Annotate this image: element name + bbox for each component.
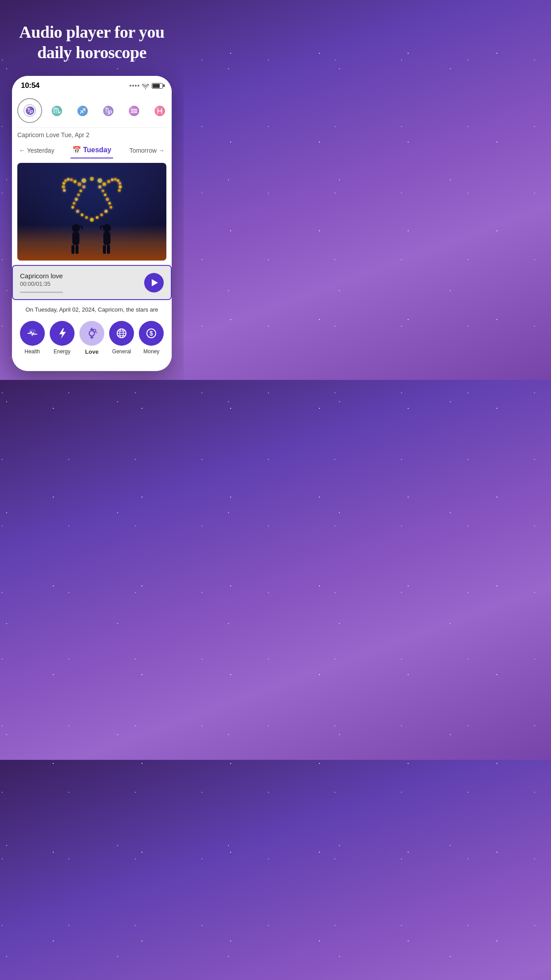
status-time: 10:54 xyxy=(21,81,39,90)
date-label: Capricorn Love Tue, Apr 2 xyxy=(17,128,166,140)
battery-icon xyxy=(152,83,163,89)
svg-line-59 xyxy=(95,332,97,333)
general-label: General xyxy=(112,348,131,355)
audio-player: Capricorn love 00:00/01:35 xyxy=(12,265,172,300)
zodiac-signs-row[interactable]: ♑ ♏ ♐ ♑ xyxy=(17,94,166,128)
svg-rect-46 xyxy=(72,232,79,245)
signal-icon xyxy=(130,85,139,87)
money-label: Money xyxy=(143,348,159,355)
play-button[interactable] xyxy=(144,273,164,292)
svg-text:$: $ xyxy=(150,330,153,337)
category-money[interactable]: $ Money xyxy=(139,321,164,355)
svg-rect-51 xyxy=(103,245,106,254)
phone-bottom xyxy=(12,362,172,371)
status-bar: 10:54 xyxy=(12,76,172,94)
status-icons xyxy=(130,83,163,89)
health-label: Health xyxy=(24,348,40,355)
tab-tomorrow[interactable]: Tomorrow → xyxy=(128,143,166,158)
category-general[interactable]: General xyxy=(109,321,134,355)
categories-list: Health Energy xyxy=(16,321,168,355)
general-circle xyxy=(109,321,134,346)
couple-silhouettes xyxy=(70,223,114,254)
zodiac-scorpio[interactable]: ♏ xyxy=(46,99,68,122)
tab-yesterday[interactable]: ← Yesterday xyxy=(17,143,56,158)
energy-circle xyxy=(50,321,75,346)
energy-label: Energy xyxy=(54,348,71,355)
day-tabs: ← Yesterday 📅 Tuesday Tomorrow → xyxy=(17,140,166,158)
yesterday-label: ← Yesterday xyxy=(19,147,54,154)
wifi-icon xyxy=(142,83,149,88)
hero-image xyxy=(17,163,166,261)
audio-progress-bar[interactable] xyxy=(20,292,63,293)
svg-text:♑: ♑ xyxy=(102,105,114,117)
tomorrow-label: Tomorrow → xyxy=(130,147,165,154)
category-love[interactable]: Love xyxy=(79,321,104,355)
phone-mockup: 10:54 xyxy=(12,76,172,371)
svg-text:♒: ♒ xyxy=(128,105,140,117)
horoscope-preview-text: On Tuesday, April 02, 2024, Capricorn, t… xyxy=(17,300,166,316)
tab-tuesday[interactable]: 📅 Tuesday xyxy=(71,142,113,158)
love-circle xyxy=(79,321,104,346)
svg-text:♓: ♓ xyxy=(154,105,166,117)
category-row: Health Energy xyxy=(12,316,172,362)
health-circle xyxy=(20,321,45,346)
category-health[interactable]: Health xyxy=(20,321,45,355)
tuesday-label: Tuesday xyxy=(83,146,111,154)
zodiac-capricorn-active[interactable]: ♑ xyxy=(17,98,42,123)
player-info: Capricorn love 00:00/01:35 xyxy=(20,272,63,293)
calendar-icon: 📅 xyxy=(72,146,81,154)
svg-text:♑: ♑ xyxy=(25,106,35,115)
category-energy[interactable]: Energy xyxy=(50,321,75,355)
svg-text:♐: ♐ xyxy=(77,105,89,117)
page-headline: Audio player for you daily horoscope xyxy=(19,22,164,63)
svg-point-45 xyxy=(72,224,80,232)
love-label: Love xyxy=(85,348,98,355)
zodiac-capricorn2[interactable]: ♑ xyxy=(97,99,119,122)
zodiac-aquarius[interactable]: ♒ xyxy=(123,99,145,122)
player-title: Capricorn love xyxy=(20,272,63,280)
svg-text:♏: ♏ xyxy=(51,105,63,117)
money-circle: $ xyxy=(139,321,164,346)
app-content: ♑ ♏ ♐ ♑ xyxy=(12,94,172,362)
zodiac-pisces[interactable]: ♓ xyxy=(149,99,166,122)
player-time: 00:00/01:35 xyxy=(20,281,63,287)
svg-rect-50 xyxy=(103,232,110,245)
svg-rect-48 xyxy=(75,245,79,254)
svg-point-49 xyxy=(103,224,111,232)
svg-rect-52 xyxy=(107,245,110,254)
svg-rect-47 xyxy=(71,245,75,254)
zodiac-sagittarius[interactable]: ♐ xyxy=(71,99,94,122)
play-icon xyxy=(152,279,158,286)
